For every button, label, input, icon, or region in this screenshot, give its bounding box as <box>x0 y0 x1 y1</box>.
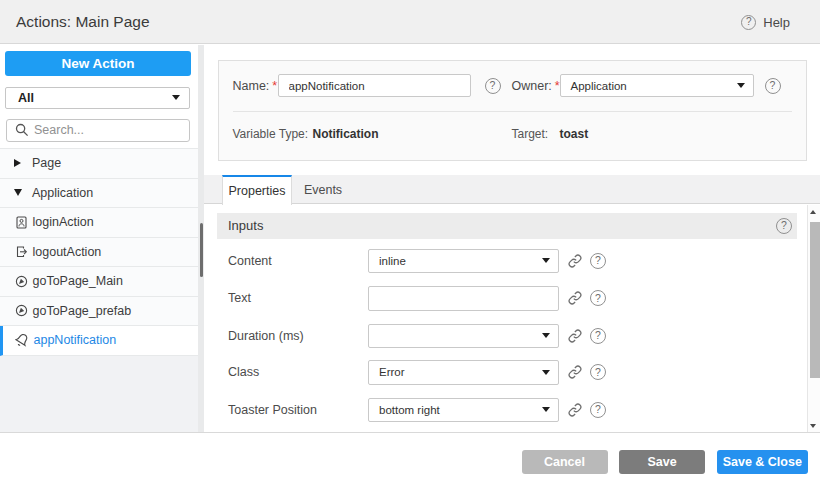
chevron-down-icon <box>172 95 180 100</box>
tab-events[interactable]: Events <box>292 176 354 204</box>
owner-select-value: Application <box>571 75 627 96</box>
owner-select[interactable]: Application <box>560 74 754 97</box>
tree-item-label: goToPage_Main <box>33 274 123 288</box>
cancel-button[interactable]: Cancel <box>522 450 608 474</box>
properties-tab-content: Inputs ? Content inline ? T <box>204 205 820 433</box>
field-label: Duration (ms) <box>228 324 304 349</box>
name-help-icon[interactable]: ? <box>485 78 501 94</box>
search-icon <box>15 123 29 137</box>
dialog-footer: Cancel Save Save & Close <box>0 432 820 491</box>
tree-item-label: loginAction <box>33 215 94 229</box>
bind-link-icon[interactable] <box>568 291 582 305</box>
tree-item-label: appNotification <box>34 333 117 347</box>
name-label-text: Name: <box>233 79 270 93</box>
tree-group-label: Page <box>32 156 61 170</box>
chevron-down-icon <box>542 258 550 263</box>
search-input[interactable] <box>34 123 195 137</box>
properties-scrollbar-thumb[interactable] <box>810 222 820 378</box>
content-select[interactable]: inline <box>368 249 559 274</box>
notification-action-icon <box>15 333 29 347</box>
variable-type-value: Notification <box>313 127 379 141</box>
tree-group-application[interactable]: Application <box>0 179 198 209</box>
bind-link-icon[interactable] <box>568 403 582 417</box>
field-help-icon[interactable]: ? <box>590 328 606 344</box>
chevron-down-icon <box>737 83 745 88</box>
bind-link-icon[interactable] <box>568 365 582 379</box>
chevron-right-icon <box>14 159 21 167</box>
goto-page-icon <box>15 304 28 317</box>
chevron-down-icon <box>14 189 22 196</box>
action-summary-card: Name:* ? Owner:* Application ? Variable … <box>218 60 807 161</box>
field-help-icon[interactable]: ? <box>590 402 606 418</box>
card-divider <box>233 111 792 112</box>
tab-properties[interactable]: Properties <box>222 175 292 205</box>
owner-label-text: Owner: <box>512 79 552 93</box>
chevron-down-icon <box>542 370 550 375</box>
toaster-position-select-value: bottom right <box>379 399 440 422</box>
logout-action-icon <box>15 245 28 258</box>
inputs-panel-title: Inputs <box>228 218 263 233</box>
tree-item-loginAction[interactable]: loginAction <box>0 208 198 238</box>
inputs-panel: Inputs ? Content inline ? T <box>217 213 797 239</box>
actions-sidebar: New Action All Page Application <box>0 45 198 432</box>
tree-item-label: logoutAction <box>33 245 102 259</box>
tree-item-label: goToPage_prefab <box>33 304 132 318</box>
field-row-content: Content inline ? <box>217 249 797 274</box>
scroll-up-icon[interactable] <box>810 210 816 214</box>
field-help-icon[interactable]: ? <box>590 290 606 306</box>
variable-type-label: Variable Type: <box>233 127 309 141</box>
field-label: Content <box>228 249 272 274</box>
bind-link-icon[interactable] <box>568 329 582 343</box>
owner-label: Owner:* <box>512 79 560 93</box>
class-select[interactable]: Error <box>368 360 559 385</box>
inputs-panel-header: Inputs ? <box>217 213 797 239</box>
tree-item-goToPage_prefab[interactable]: goToPage_prefab <box>0 297 198 327</box>
filter-select[interactable]: All <box>5 87 190 109</box>
field-row-class: Class Error ? <box>217 360 797 385</box>
sidebar-scrollbar-thumb[interactable] <box>200 223 203 277</box>
field-help-icon[interactable]: ? <box>590 253 606 269</box>
action-detail-panel: Name:* ? Owner:* Application ? Variable … <box>204 45 820 432</box>
field-row-text: Text ? <box>217 286 797 311</box>
field-label: Text <box>228 286 251 311</box>
help-button[interactable]: ? Help <box>741 0 790 44</box>
tree-item-appNotification[interactable]: appNotification <box>0 326 198 356</box>
properties-scrollbar[interactable] <box>807 205 820 433</box>
tree-group-label: Application <box>32 186 93 200</box>
target-value: toast <box>560 127 589 141</box>
save-button[interactable]: Save <box>619 450 705 474</box>
field-label: Class <box>228 360 259 385</box>
search-box <box>6 119 190 142</box>
tree-item-logoutAction[interactable]: logoutAction <box>0 238 198 268</box>
required-marker: * <box>272 79 277 93</box>
dialog-header: Actions: Main Page ? Help <box>0 0 820 44</box>
toaster-position-select[interactable]: bottom right <box>368 398 559 423</box>
class-select-value: Error <box>379 361 405 384</box>
help-circle-icon: ? <box>741 15 756 30</box>
filter-select-value: All <box>18 91 34 105</box>
page-title: Actions: Main Page <box>16 0 150 44</box>
field-help-icon[interactable]: ? <box>590 364 606 380</box>
help-label: Help <box>763 15 790 30</box>
goto-page-icon <box>15 275 28 288</box>
owner-help-icon[interactable]: ? <box>765 78 781 94</box>
chevron-down-icon <box>542 407 550 412</box>
name-label: Name:* <box>233 79 278 93</box>
target-label: Target: <box>512 127 549 141</box>
save-and-close-button[interactable]: Save & Close <box>717 450 809 474</box>
text-input[interactable] <box>368 286 559 311</box>
tree-item-goToPage_Main[interactable]: goToPage_Main <box>0 267 198 297</box>
tab-bar: Properties Events <box>204 175 820 205</box>
field-row-duration: Duration (ms) ? <box>217 324 797 349</box>
actions-tree: Page Application loginAction <box>0 148 198 432</box>
inputs-help-icon[interactable]: ? <box>776 218 792 234</box>
name-input[interactable] <box>278 74 471 97</box>
actions-dialog: Actions: Main Page ? Help New Action All… <box>0 0 820 491</box>
duration-select[interactable] <box>368 324 559 349</box>
bind-link-icon[interactable] <box>568 254 582 268</box>
tree-group-page[interactable]: Page <box>0 149 198 179</box>
new-action-button[interactable]: New Action <box>5 51 191 77</box>
content-select-value: inline <box>379 250 406 273</box>
field-label: Toaster Position <box>228 398 317 423</box>
scroll-down-icon[interactable] <box>810 424 816 428</box>
